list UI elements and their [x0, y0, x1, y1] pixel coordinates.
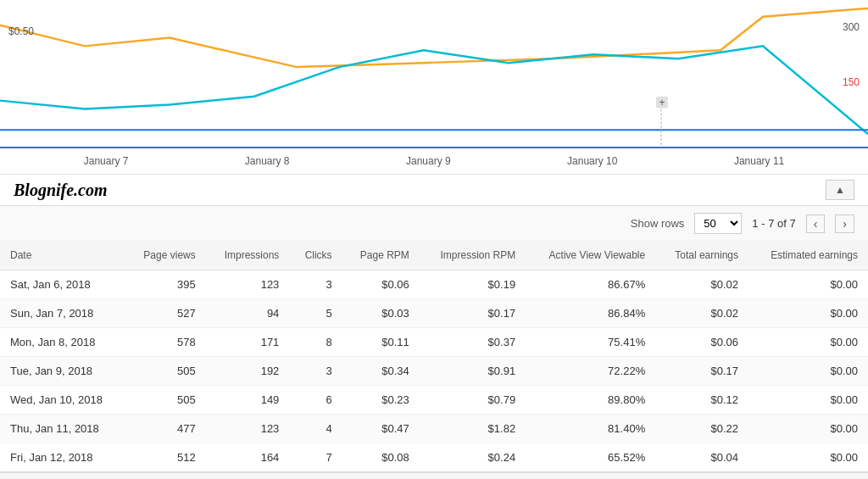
cell-clicks: 3 [289, 270, 342, 299]
rows-per-page-select[interactable]: 50 25 100 [694, 213, 742, 234]
cell-pageviews: 578 [125, 328, 206, 357]
totals-clicks: 36 [289, 472, 342, 479]
table-row: Sun, Jan 7, 2018 527 94 5 $0.03 $0.17 86… [0, 299, 868, 328]
cell-date: Sun, Jan 7, 2018 [0, 299, 125, 328]
cell-est-earn: $0.00 [748, 386, 868, 415]
pagination-info: 1 - 7 of 7 [752, 217, 795, 230]
chart-svg: + [0, 0, 868, 147]
cell-imp-rpm: $1.82 [420, 415, 526, 443]
prev-page-button[interactable]: ‹ [806, 214, 826, 233]
x-label-jan8: January 8 [245, 155, 290, 167]
x-axis: January 7 January 8 January 9 January 10… [0, 148, 868, 175]
col-header-impressions: Impressions [206, 241, 290, 270]
cell-date: Sat, Jan 6, 2018 [0, 270, 125, 299]
cell-clicks: 5 [289, 299, 342, 328]
totals-imp-rpm: $0.65 [420, 472, 526, 479]
col-header-date: Date [0, 241, 125, 270]
svg-text:+: + [659, 97, 665, 109]
cell-page-rpm: $0.11 [342, 328, 420, 357]
cell-date: Fri, Jan 12, 2018 [0, 443, 125, 473]
cell-active-view: 75.41% [526, 328, 655, 357]
cell-date: Wed, Jan 10, 2018 [0, 386, 125, 415]
cell-impressions: 123 [206, 270, 290, 299]
cell-clicks: 3 [289, 357, 342, 386]
cell-pageviews: 395 [125, 270, 206, 299]
cell-page-rpm: $0.23 [342, 386, 420, 415]
cell-pageviews: 505 [125, 386, 206, 415]
col-header-clicks: Clicks [289, 241, 342, 270]
cell-pageviews: 512 [125, 443, 206, 473]
cell-clicks: 6 [289, 386, 342, 415]
cell-clicks: 8 [289, 328, 342, 357]
cell-page-rpm: $0.34 [342, 357, 420, 386]
cell-impressions: 164 [206, 443, 290, 473]
chart-y-label-right-300: 300 [843, 21, 860, 33]
cell-page-rpm: $0.03 [342, 299, 420, 328]
table-row: Sat, Jan 6, 2018 395 123 3 $0.06 $0.19 8… [0, 270, 868, 299]
cell-est-earn: $0.00 [748, 328, 868, 357]
totals-pageviews: 3,499 [125, 472, 206, 479]
x-label-jan10: January 10 [567, 155, 617, 167]
totals-page-rpm: $0.19 [342, 472, 420, 479]
x-label-jan9: January 9 [406, 155, 451, 167]
table-row: Fri, Jan 12, 2018 512 164 7 $0.08 $0.24 … [0, 443, 868, 473]
cell-imp-rpm: $0.17 [420, 299, 526, 328]
data-table: Date Page views Impressions Clicks Page … [0, 241, 868, 479]
next-page-button[interactable]: › [835, 214, 854, 233]
totals-label: Totals [0, 472, 125, 479]
chart-area: + $0.50 300 150 [0, 0, 868, 148]
cell-est-earn: $0.00 [748, 357, 868, 386]
cell-est-earn: $0.00 [748, 415, 868, 443]
cell-active-view: 89.80% [526, 386, 655, 415]
table-header-row: Date Page views Impressions Clicks Page … [0, 241, 868, 270]
x-label-jan11: January 11 [734, 155, 784, 167]
chart-y-label-right-150: 150 [843, 76, 860, 88]
cell-impressions: 149 [206, 386, 290, 415]
totals-impressions: 1,016 [206, 472, 290, 479]
cell-active-view: 86.84% [526, 299, 655, 328]
cell-total-earn: $0.04 [655, 443, 748, 473]
col-header-page-rpm: Page RPM [342, 241, 420, 270]
x-label-jan7: January 7 [84, 155, 129, 167]
cell-active-view: 86.67% [526, 270, 655, 299]
cell-active-view: 81.40% [526, 415, 655, 443]
brand-name: Blognife.com [14, 181, 108, 200]
totals-active-view: 78.38% [526, 472, 655, 479]
cell-impressions: 123 [206, 415, 290, 443]
table-row: Thu, Jan 11, 2018 477 123 4 $0.47 $1.82 … [0, 415, 868, 443]
cell-est-earn: $0.00 [748, 270, 868, 299]
cell-active-view: 72.22% [526, 357, 655, 386]
cell-est-earn: $0.00 [748, 299, 868, 328]
col-header-est-earn: Estimated earnings [748, 241, 868, 270]
cell-imp-rpm: $0.19 [420, 270, 526, 299]
col-header-pageviews: Page views [125, 241, 206, 270]
cell-date: Mon, Jan 8, 2018 [0, 328, 125, 357]
cell-imp-rpm: $0.79 [420, 386, 526, 415]
cell-total-earn: $0.02 [655, 299, 748, 328]
cell-clicks: 4 [289, 415, 342, 443]
col-header-imp-rpm: Impression RPM [420, 241, 526, 270]
cell-impressions: 171 [206, 328, 290, 357]
cell-total-earn: $0.17 [655, 357, 748, 386]
cell-imp-rpm: $0.37 [420, 328, 526, 357]
cell-pageviews: 527 [125, 299, 206, 328]
cell-est-earn: $0.00 [748, 443, 868, 473]
scroll-up-button[interactable]: ▲ [826, 180, 854, 200]
table-row: Mon, Jan 8, 2018 578 171 8 $0.11 $0.37 7… [0, 328, 868, 357]
cell-pageviews: 477 [125, 415, 206, 443]
totals-est-earn: $0.00 [748, 472, 868, 479]
cell-page-rpm: $0.08 [342, 443, 420, 473]
cell-imp-rpm: $0.91 [420, 357, 526, 386]
cell-page-rpm: $0.06 [342, 270, 420, 299]
totals-total-earn: $0.66 [655, 472, 748, 479]
totals-row: Totals 3,499 1,016 36 $0.19 $0.65 78.38%… [0, 472, 868, 479]
cell-impressions: 94 [206, 299, 290, 328]
table-row: Wed, Jan 10, 2018 505 149 6 $0.23 $0.79 … [0, 386, 868, 415]
cell-impressions: 192 [206, 357, 290, 386]
cell-imp-rpm: $0.24 [420, 443, 526, 473]
cell-total-earn: $0.02 [655, 270, 748, 299]
brand-bar: Blognife.com ▲ [0, 175, 868, 205]
col-header-active-view: Active View Viewable [526, 241, 655, 270]
table-container: Show rows 50 25 100 1 - 7 of 7 ‹ › Date … [0, 205, 868, 479]
cell-page-rpm: $0.47 [342, 415, 420, 443]
